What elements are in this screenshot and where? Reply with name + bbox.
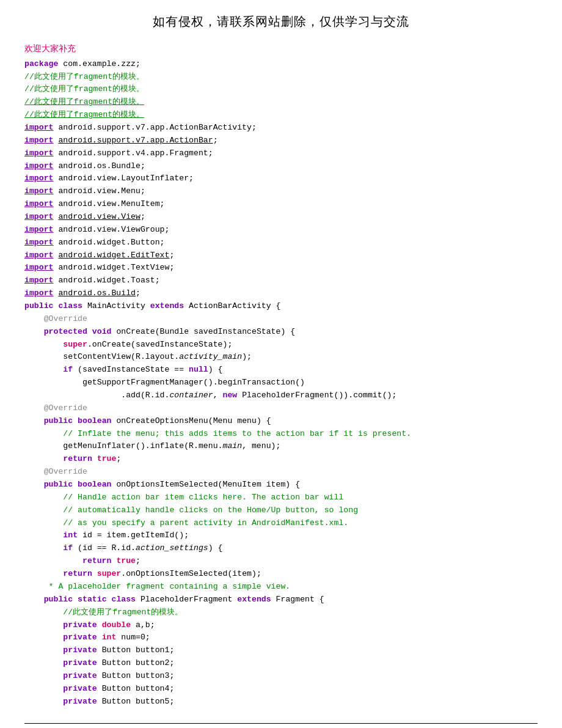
header: 如有侵权，请联系网站删除，仅供学习与交流 xyxy=(24,12,538,31)
footer-text: 【精品文档】第 2 页 xyxy=(24,723,538,728)
code-content: package com.example.zzz; //此文使用了fragment… xyxy=(24,58,538,708)
header-title: 如有侵权，请联系网站删除，仅供学习与交流 xyxy=(24,12,538,31)
welcome-text: 欢迎大家补充 xyxy=(24,42,538,56)
